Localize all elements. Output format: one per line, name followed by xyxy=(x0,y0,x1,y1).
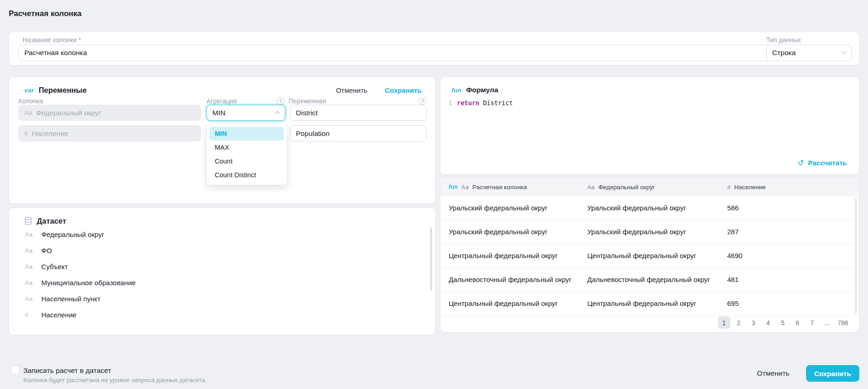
table-cell: Центральный федеральный округ xyxy=(449,252,587,259)
variables-panel: var Переменные Отменить Сохранить Колонк… xyxy=(9,77,435,204)
column-title: Население xyxy=(734,184,766,191)
table-header-cell: АаФедеральный округ xyxy=(587,184,727,191)
table-scrollbar[interactable] xyxy=(855,198,857,314)
pagination-page[interactable]: 5 xyxy=(777,316,789,329)
chevron-up-icon xyxy=(275,111,280,116)
pagination-page[interactable]: 2 xyxy=(733,316,745,329)
string-type-icon: Аа xyxy=(25,279,36,286)
table-cell: Дальневосточный федеральный округ xyxy=(449,276,587,283)
data-type-select[interactable]: Строка xyxy=(766,45,852,61)
dataset-title: Датасет xyxy=(37,217,66,226)
column-field-value: Население xyxy=(32,130,68,138)
aggregation-value: MIN xyxy=(212,109,225,117)
fun-icon: fun xyxy=(449,184,458,190)
database-icon xyxy=(24,217,32,226)
field-name: Населенный пункт xyxy=(41,295,100,303)
calculate-button[interactable]: ↺ Рассчитать xyxy=(797,158,847,168)
string-type-icon: Аа xyxy=(25,263,36,270)
table-cell: 586 xyxy=(727,204,851,212)
pagination-page[interactable]: 6 xyxy=(791,316,804,329)
table-header-cell: #Население xyxy=(727,184,851,191)
table-header-cell: funАаРасчетная колонка xyxy=(449,184,587,191)
table-cell: 481 xyxy=(727,276,851,283)
table-cell: Центральный федеральный округ xyxy=(587,252,727,259)
table-cell: Уральский федеральный округ xyxy=(587,204,727,212)
table-cell: Центральный федеральный округ xyxy=(587,299,727,307)
checkbox-hint: Колонка будет рассчитана на уровне запро… xyxy=(23,377,205,383)
dataset-field[interactable]: АаНаселенный пункт xyxy=(9,291,435,307)
dataset-field[interactable]: АаФедеральный округ xyxy=(9,226,435,242)
line-number: 1 xyxy=(446,99,452,107)
table-cell: Дальневосточный федеральный округ xyxy=(587,276,727,283)
dataset-field[interactable]: #Население xyxy=(9,307,435,323)
variable-name-input[interactable] xyxy=(290,125,427,141)
field-name: Муниципальное образование xyxy=(41,279,136,287)
checkbox-label: Записать расчет в датасет xyxy=(23,366,111,375)
formula-panel: fun Формула 1 return District ↺ Рассчита… xyxy=(440,77,859,175)
table-row: Дальневосточный федеральный округДальнев… xyxy=(440,268,859,292)
pagination-page[interactable]: 1 xyxy=(718,316,730,329)
formula-code-editor[interactable]: 1 return District xyxy=(446,99,853,107)
pagination-page[interactable]: 7 xyxy=(806,316,818,329)
table-row: Центральный федеральный округЦентральный… xyxy=(440,292,859,316)
calculate-label: Рассчитать xyxy=(808,159,847,167)
cancel-button[interactable]: Отменить xyxy=(757,369,790,378)
field-name: ФО xyxy=(41,247,52,254)
number-type-icon: # xyxy=(24,130,28,137)
table-cell: Уральский федеральный округ xyxy=(449,228,587,236)
variable-name-input[interactable] xyxy=(290,105,427,121)
table-row: Центральный федеральный округЦентральный… xyxy=(440,244,859,268)
preview-table-panel: funАаРасчетная колонкаАаФедеральный окру… xyxy=(440,177,859,333)
string-type-icon: Аа xyxy=(24,109,32,116)
table-row: Уральский федеральный округУральский фед… xyxy=(440,196,859,220)
field-name: Федеральный округ xyxy=(41,231,104,238)
number-type-icon: # xyxy=(25,311,36,318)
code-keyword: return xyxy=(457,99,479,107)
dataset-field[interactable]: АаСубъект xyxy=(9,259,435,275)
string-type-icon: Аа xyxy=(587,184,595,191)
dataset-field[interactable]: АаФО xyxy=(9,242,435,259)
pagination-ellipsis: ... xyxy=(821,316,833,329)
field-name: Субъект xyxy=(41,263,68,271)
help-icon[interactable]: ? xyxy=(277,97,284,105)
string-type-icon: Аа xyxy=(462,184,469,191)
write-to-dataset-checkbox[interactable] xyxy=(11,366,20,375)
save-button[interactable]: Сохранить xyxy=(806,365,859,382)
dataset-field[interactable]: АаМуниципальное образование xyxy=(9,275,435,291)
page-title: Расчетная колонка xyxy=(9,9,82,18)
variables-cancel-button[interactable]: Отменить xyxy=(336,86,367,94)
formula-title: Формула xyxy=(466,86,498,94)
column-name-label: Название колонки * xyxy=(22,36,81,44)
column-name-input[interactable] xyxy=(18,45,774,61)
column-title: Расчетная колонка xyxy=(473,184,527,191)
variables-save-button[interactable]: Сохранить xyxy=(385,86,422,94)
table-cell: Уральский федеральный округ xyxy=(449,204,587,212)
field-name: Население xyxy=(41,311,77,319)
column-field-value: Федеральный округ xyxy=(36,109,101,117)
string-type-icon: Аа xyxy=(25,295,36,302)
aggregation-dropdown: MINMAXCountCount Distinct xyxy=(206,124,287,185)
dropdown-option[interactable]: Count xyxy=(210,154,284,168)
pagination-page[interactable]: 4 xyxy=(762,316,774,329)
aggregation-select[interactable]: MIN xyxy=(206,105,285,121)
column-col-label: Колонка xyxy=(18,97,43,105)
number-type-icon: # xyxy=(727,184,730,191)
dataset-scrollbar[interactable] xyxy=(430,227,432,291)
pagination-page[interactable]: 786 xyxy=(835,316,851,329)
calculated-column-dialog: Расчетная колонка Название колонки * Тип… xyxy=(0,0,868,389)
aggregation-col-label: Агрегация xyxy=(206,97,237,105)
help-icon[interactable]: ? xyxy=(419,97,427,105)
dataset-panel: Датасет АаФедеральный округАаФОАаСубъект… xyxy=(9,208,435,335)
column-field-disabled: Аа Федеральный округ xyxy=(18,105,201,121)
dropdown-option[interactable]: Count Distinct xyxy=(210,168,284,182)
pagination: 1234567...786 xyxy=(718,316,851,329)
string-type-icon: Аа xyxy=(25,247,36,254)
dataset-field-list: АаФедеральный округАаФОАаСубъектАаМуници… xyxy=(9,226,435,323)
dropdown-option[interactable]: MAX xyxy=(210,141,284,154)
fun-icon: fun xyxy=(451,87,462,94)
variables-title: Переменные xyxy=(39,86,87,95)
pagination-page[interactable]: 3 xyxy=(747,316,760,329)
dropdown-option[interactable]: MIN xyxy=(210,127,284,141)
table-body: Уральский федеральный округУральский фед… xyxy=(440,196,859,316)
table-cell: Уральский федеральный округ xyxy=(587,228,727,236)
